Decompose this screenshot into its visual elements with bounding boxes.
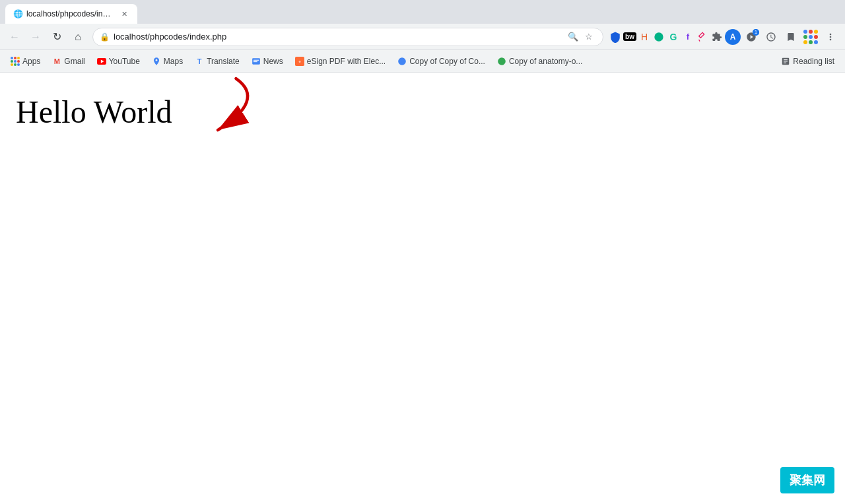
update-badge: 1 [753, 29, 759, 36]
youtube-label: YouTube [109, 57, 140, 66]
tab-close-button[interactable]: ✕ [119, 9, 129, 19]
translate-favicon: T [195, 57, 204, 66]
bookmark-toolbar-icon[interactable] [782, 28, 800, 46]
toolbar-right: bw H G f [609, 28, 840, 46]
esign-favicon: e [295, 57, 304, 66]
reload-button[interactable]: ↻ [48, 28, 66, 46]
news-label: News [263, 57, 283, 66]
dot-7 [803, 40, 807, 44]
dot-4 [803, 35, 807, 39]
bw-extension-icon[interactable]: bw [623, 30, 636, 44]
apps-dot [11, 63, 13, 66]
page-content: Hello World [0, 73, 845, 504]
chrome-update-button[interactable]: 1 [742, 28, 760, 46]
address-text: localhost/phpcodes/index.php [114, 32, 562, 42]
tab-label: localhost/phpcodes/index.php [26, 9, 115, 18]
dot-1 [803, 30, 807, 34]
dot-9 [814, 40, 818, 44]
svg-point-0 [654, 32, 663, 41]
esign-label: eSign PDF with Elec... [307, 57, 386, 66]
bookmark-translate[interactable]: T Translate [189, 53, 245, 69]
profile-avatar[interactable]: A [725, 29, 741, 45]
dot-2 [809, 30, 813, 34]
dot-3 [814, 30, 818, 34]
browser-window: 🌐 localhost/phpcodes/index.php ✕ ← → ↻ ⌂… [0, 0, 845, 504]
address-bar[interactable]: 🔒 localhost/phpcodes/index.php 🔍 ☆ [92, 28, 603, 46]
search-button[interactable]: 🔍 [566, 30, 580, 44]
bookmark-gmail[interactable]: M Gmail [47, 53, 90, 69]
bookmark-esign[interactable]: e eSign PDF with Elec... [290, 53, 391, 69]
reading-list-label: Reading list [793, 57, 834, 66]
more-options-button[interactable] [821, 28, 840, 46]
address-bar-actions: 🔍 ☆ [566, 30, 596, 44]
google-apps-icon[interactable] [801, 28, 820, 46]
grammarly-icon-symbol: G [670, 32, 677, 42]
apps-dot [17, 57, 20, 59]
grammarly-extension-icon[interactable]: G [667, 30, 680, 44]
svg-rect-4 [254, 59, 259, 60]
apps-dot [14, 60, 17, 63]
apps-favicon [11, 57, 20, 66]
bookmarks-bar: Apps M Gmail YouTube Maps T Translate [0, 50, 845, 73]
bw-label: bw [623, 32, 636, 41]
page-heading: Hello World [16, 94, 829, 130]
reading-list-icon [781, 57, 790, 66]
svg-rect-5 [254, 61, 257, 62]
apps-dot [14, 63, 17, 66]
svg-point-8 [398, 57, 406, 65]
bookmark-youtube[interactable]: YouTube [92, 53, 145, 69]
bookmark-news[interactable]: News [246, 53, 288, 69]
forward-button[interactable]: → [26, 28, 45, 46]
maps-favicon [152, 57, 161, 66]
active-tab[interactable]: 🌐 localhost/phpcodes/index.php ✕ [5, 4, 137, 24]
svg-text:e: e [298, 59, 300, 63]
bitwarden-extension-icon[interactable] [609, 30, 622, 44]
tab-favicon: 🌐 [13, 9, 22, 18]
chrome-update-icon [742, 28, 760, 46]
google-dots-grid [803, 30, 818, 44]
youtube-favicon [97, 57, 106, 66]
apps-dot [17, 60, 20, 63]
apps-dot [17, 63, 20, 66]
honey-extension-icon[interactable]: H [638, 30, 651, 44]
gmail-label: Gmail [64, 57, 84, 66]
bookmark-maps[interactable]: Maps [147, 53, 188, 69]
dashlane-extension-icon[interactable] [652, 30, 665, 44]
apps-dot [14, 57, 17, 59]
bookmark-apps[interactable]: Apps [5, 53, 46, 69]
colorpicker-extension-icon[interactable] [696, 30, 709, 44]
profile-letter: A [730, 32, 736, 42]
gmail-favicon: M [52, 57, 61, 66]
clock-icon[interactable] [762, 28, 780, 46]
reading-list-button[interactable]: Reading list [776, 53, 840, 69]
translate-label: Translate [207, 57, 240, 66]
copy1-favicon [397, 57, 407, 66]
copy1-label: Copy of Copy of Co... [409, 57, 485, 66]
extensions-button[interactable] [710, 30, 724, 44]
bookmark-star-button[interactable]: ☆ [582, 30, 596, 44]
watermark: 聚集网 [780, 467, 834, 493]
tab-bar: 🌐 localhost/phpcodes/index.php ✕ [0, 0, 845, 24]
anatomy-label: Copy of anatomy-o... [509, 57, 582, 66]
dot-5 [809, 35, 813, 39]
home-button[interactable]: ⌂ [69, 28, 87, 46]
fathom-icon-symbol: f [687, 32, 689, 42]
maps-label: Maps [164, 57, 183, 66]
apps-dot [11, 57, 13, 59]
watermark-text: 聚集网 [790, 474, 825, 487]
toolbar: ← → ↻ ⌂ 🔒 localhost/phpcodes/index.php 🔍… [0, 24, 845, 50]
dot-6 [814, 35, 818, 39]
anatomy-favicon [497, 57, 506, 66]
honey-icon-symbol: H [641, 32, 648, 42]
dot-8 [809, 40, 813, 44]
back-button[interactable]: ← [5, 28, 24, 46]
secure-icon: 🔒 [100, 32, 110, 42]
apps-dot [11, 60, 13, 63]
svg-point-9 [498, 57, 506, 65]
bookmark-copy1[interactable]: Copy of Copy of Co... [392, 53, 490, 69]
bookmark-anatomy[interactable]: Copy of anatomy-o... [492, 53, 588, 69]
apps-label: Apps [22, 57, 40, 66]
fathom-extension-icon[interactable]: f [681, 30, 694, 44]
news-favicon [252, 57, 261, 66]
